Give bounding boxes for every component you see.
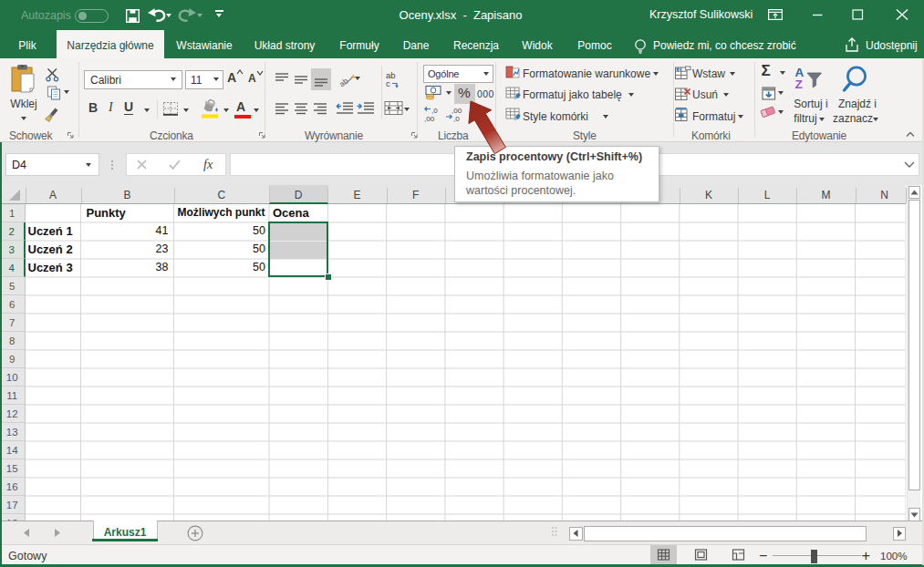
svg-text:ab: ab [338,76,350,88]
svg-text:,00: ,00 [424,115,435,123]
svg-text:c: c [386,78,390,88]
svg-text:fx: fx [203,158,213,171]
